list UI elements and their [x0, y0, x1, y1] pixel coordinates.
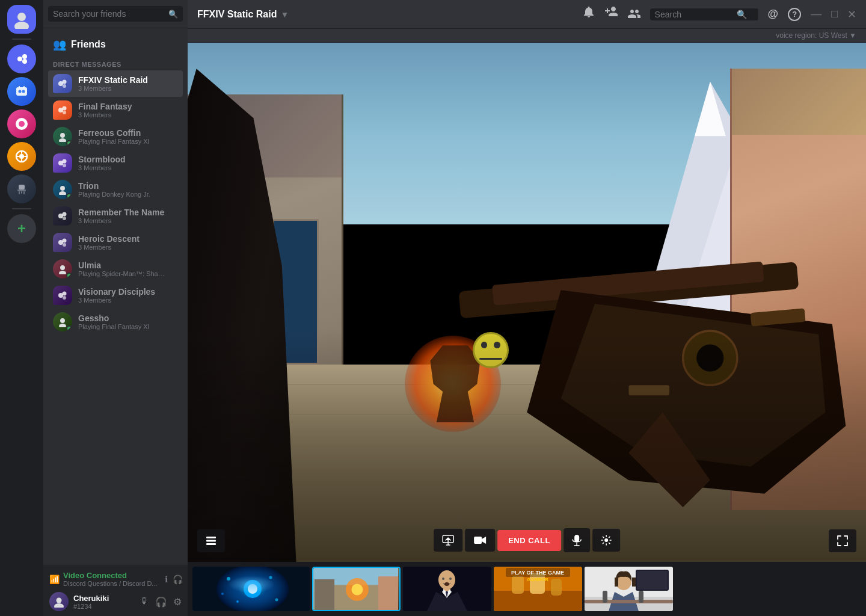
main-video: END CALL [188, 43, 866, 562]
svg-point-35 [63, 243, 66, 247]
svg-rect-59 [206, 540, 216, 542]
help-icon[interactable]: ? [788, 8, 801, 21]
add-server-button[interactable]: + [7, 214, 36, 243]
svg-rect-5 [16, 87, 27, 96]
screen-share-button[interactable] [434, 529, 462, 552]
deafen-button[interactable]: 🎧 [154, 595, 168, 609]
sidebar-toggle-button[interactable] [197, 529, 225, 552]
svg-text:GAMECR: GAMECR [527, 577, 548, 582]
search-input[interactable] [655, 10, 733, 19]
dm-info-gessho: Gessho Playing Final Fantasy XI [78, 313, 165, 330]
user-settings-button[interactable]: ⚙ [172, 595, 183, 609]
channel-name-text: FFXIV Static Raid [197, 9, 277, 20]
dm-item-stormblood[interactable]: Stormblood 3 Members ✕ [48, 150, 183, 176]
mention-icon[interactable]: @ [768, 8, 779, 20]
server-rail: + [0, 0, 43, 616]
svg-rect-12 [19, 185, 25, 189]
voice-info-icon[interactable]: ℹ [165, 574, 168, 584]
dm-name-trion: Trion [78, 181, 165, 191]
svg-point-3 [22, 54, 27, 59]
user-row: Cherukiki #1234 🎙 🎧 ⚙ [49, 590, 183, 611]
dm-item-remember[interactable]: Remember The Name 3 Members ✕ [48, 203, 183, 229]
svg-point-71 [227, 577, 230, 581]
video-button[interactable] [465, 529, 495, 552]
svg-point-26 [63, 159, 67, 164]
dm-item-ulmia[interactable]: Ulmia Playing Spider-Man™: Shattered Dim… [48, 256, 183, 282]
server-icon-pink[interactable] [7, 109, 36, 138]
svg-point-69 [244, 580, 262, 598]
status-online-ulmia [66, 273, 72, 279]
close-icon[interactable]: ✕ [847, 8, 856, 21]
svg-rect-89 [494, 591, 582, 611]
svg-rect-90 [512, 576, 524, 594]
friends-search-input[interactable] [48, 6, 183, 22]
dm-item-trion[interactable]: Trion Playing Donkey Kong Jr. ✕ [48, 176, 183, 203]
dm-item-ff[interactable]: Final Fantasy 3 Members ✕ [48, 97, 183, 123]
dm-sub-visionary: 3 Members [78, 297, 165, 304]
dm-avatar-remember [53, 206, 72, 226]
search-bar: 🔍 [650, 8, 758, 20]
friends-search-area: 🔍 [43, 0, 188, 28]
svg-point-74 [269, 576, 272, 579]
svg-rect-103 [585, 600, 673, 603]
minimize-icon[interactable]: — [811, 8, 821, 20]
voice-status-row: 📶 Video Connected Discord Questions / Di… [49, 571, 183, 587]
mountain-area [188, 43, 866, 562]
svg-rect-63 [574, 535, 579, 542]
dm-item-gessho[interactable]: Gessho Playing Final Fantasy XI ✕ [48, 309, 183, 335]
dm-item-ferreous[interactable]: Ferreous Coffin Playing Final Fantasy XI… [48, 123, 183, 150]
user-avatar-bottom [49, 592, 69, 611]
user-discriminator: #1234 [73, 603, 134, 610]
dm-sub-gessho: Playing Final Fantasy XI [78, 323, 165, 330]
username-label: Cherukiki [73, 594, 134, 603]
mute-call-button[interactable] [564, 528, 590, 552]
svg-point-6 [19, 90, 22, 93]
thumbnail-desk[interactable] [585, 567, 673, 611]
svg-rect-92 [551, 579, 562, 596]
dm-item-heroic[interactable]: Heroic Descent 3 Members ✕ [48, 229, 183, 256]
server-icon-dm[interactable] [7, 45, 36, 73]
thumbnail-gamecr[interactable]: PLAY OF THE GAME GAMECR [494, 567, 582, 611]
thumbnail-ow[interactable] [312, 567, 401, 611]
friends-search-icon: 🔍 [168, 10, 178, 19]
friends-header[interactable]: 👥 Friends [43, 28, 188, 56]
server-icon-chair[interactable] [7, 174, 36, 203]
dm-sub-ffxiv: 3 Members [78, 85, 165, 92]
fullscreen-area [829, 529, 856, 552]
call-settings-button[interactable] [592, 529, 620, 552]
dm-item-visionary[interactable]: Visionary Disciples 3 Members ✕ [48, 282, 183, 309]
user-avatar[interactable] [7, 5, 36, 34]
add-friend-icon[interactable] [604, 7, 618, 22]
maximize-icon[interactable]: □ [831, 8, 838, 20]
svg-rect-8 [19, 86, 20, 88]
fullscreen-button[interactable] [829, 529, 856, 552]
dm-sub-ulmia: Playing Spider-Man™: Shattered Dimen... [78, 270, 165, 277]
bell-icon[interactable] [583, 7, 595, 22]
dm-info-visionary: Visionary Disciples 3 Members [78, 287, 165, 304]
dm-item-ffxiv[interactable]: FFXIV Static Raid 3 Members ✕ [48, 70, 183, 97]
thumbnail-lol-inner [192, 567, 310, 611]
channel-dropdown-icon[interactable]: ▼ [280, 10, 289, 19]
svg-point-22 [63, 111, 66, 114]
thumbnail-lol[interactable] [192, 567, 310, 611]
thumbnail-person[interactable] [403, 567, 491, 611]
svg-rect-9 [23, 86, 25, 88]
server-icon-ffxiv[interactable] [7, 77, 36, 106]
members-icon[interactable] [627, 7, 640, 22]
voice-headset-icon[interactable]: 🎧 [173, 574, 183, 584]
voice-region-dropdown[interactable]: ▼ [849, 31, 856, 40]
mute-button[interactable]: 🎙 [138, 595, 150, 609]
svg-point-7 [22, 90, 25, 93]
top-bar: FFXIV Static Raid ▼ 🔍 [188, 0, 866, 29]
server-icon-overwatch[interactable] [7, 142, 36, 171]
svg-point-21 [63, 106, 67, 111]
svg-point-18 [63, 80, 67, 84]
bottom-bar: 📶 Video Connected Discord Questions / Di… [43, 565, 188, 616]
svg-rect-101 [615, 578, 618, 587]
svg-rect-62 [474, 537, 482, 544]
svg-text:PLAY OF THE GAME: PLAY OF THE GAME [511, 570, 564, 576]
voice-status-info: Video Connected Discord Questions / Disc… [63, 571, 158, 587]
svg-point-42 [59, 324, 66, 327]
end-call-button[interactable]: END CALL [497, 530, 561, 551]
channel-name: FFXIV Static Raid ▼ [197, 9, 289, 20]
